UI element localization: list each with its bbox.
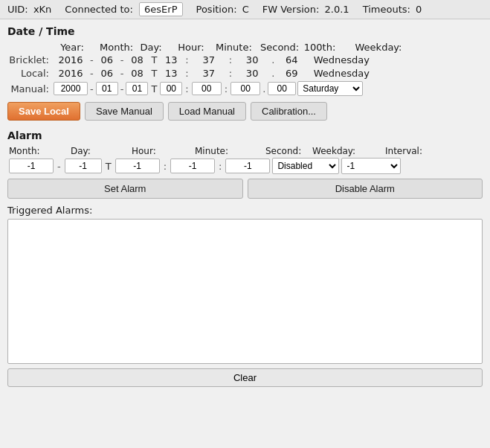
save-manual-button[interactable]: Save Manual bbox=[85, 102, 164, 121]
datetime-buttons: Save Local Save Manual Load Manual Calib… bbox=[7, 102, 483, 121]
bricklet-minute: 37 bbox=[192, 54, 226, 65]
top-bar: UID: xKn Connected to: 6esErP Position: … bbox=[0, 0, 490, 19]
local-second: 30 bbox=[235, 68, 269, 79]
manual-hundredth-input[interactable] bbox=[268, 82, 296, 95]
alarm-month-label: Month: bbox=[9, 146, 57, 156]
manual-label: Manual: bbox=[7, 83, 52, 95]
alarm-minute-input[interactable] bbox=[170, 159, 215, 173]
triggered-alarms-box[interactable] bbox=[7, 219, 483, 364]
local-hundredth: 69 bbox=[277, 68, 306, 79]
manual-day-input[interactable] bbox=[126, 82, 148, 95]
bricklet-row: Bricklet: 2016 - 06 - 08 T 13 : 37 : 30 … bbox=[7, 54, 483, 65]
timeouts: Timeouts: 0 bbox=[363, 4, 422, 15]
header-weekday: Weekday: bbox=[345, 42, 412, 53]
local-label: Local: bbox=[7, 68, 52, 79]
clear-row: Clear bbox=[7, 368, 483, 387]
bricklet-hour: 13 bbox=[160, 54, 182, 65]
uid-value: xKn bbox=[33, 4, 51, 15]
disable-alarm-button[interactable]: Disable Alarm bbox=[248, 179, 483, 199]
datetime-section: Date / Time Year: Month: Day: Hour: Minu… bbox=[7, 25, 483, 121]
save-local-button[interactable]: Save Local bbox=[7, 102, 80, 121]
set-alarm-button[interactable]: Set Alarm bbox=[7, 179, 243, 199]
bricklet-weekday: Wednesday bbox=[308, 54, 375, 65]
uid-label: UID: xKn bbox=[7, 4, 51, 15]
clear-button[interactable]: Clear bbox=[7, 368, 483, 387]
alarm-day-input[interactable] bbox=[65, 159, 102, 173]
bricklet-year: 2016 bbox=[54, 54, 88, 65]
bricklet-hundredth: 64 bbox=[277, 54, 306, 65]
local-weekday: Wednesday bbox=[308, 68, 375, 79]
bricklet-second: 30 bbox=[235, 54, 269, 65]
connected-value: 6esErP bbox=[139, 2, 182, 16]
header-day: Day: bbox=[137, 42, 165, 53]
sep1: - bbox=[89, 54, 94, 65]
local-row: Local: 2016 - 06 - 08 T 13 : 37 : 30 . 6… bbox=[7, 68, 483, 79]
connected-to: Connected to: 6esErP bbox=[65, 4, 182, 15]
alarm-title: Alarm bbox=[7, 129, 483, 141]
alarm-interval-select[interactable]: -1 bbox=[341, 158, 401, 174]
manual-month-input[interactable] bbox=[96, 82, 118, 95]
local-month: 06 bbox=[96, 68, 118, 79]
header-year: Year: bbox=[54, 42, 91, 53]
alarm-weekday-select[interactable]: DisabledMondayTuesdayWednesdayThursdayFr… bbox=[272, 158, 339, 174]
manual-weekday-select[interactable]: MondayTuesdayWednesdayThursdayFridaySatu… bbox=[297, 81, 363, 96]
header-minute: Minute: bbox=[216, 42, 251, 53]
bricklet-month: 06 bbox=[96, 54, 118, 65]
alarm-day-label: Day: bbox=[71, 146, 115, 156]
alarm-hour-input[interactable] bbox=[115, 159, 160, 173]
bricklet-label: Bricklet: bbox=[7, 54, 52, 65]
position: Position: C bbox=[196, 4, 249, 15]
local-year: 2016 bbox=[54, 68, 88, 79]
triggered-label: Triggered Alarms: bbox=[7, 205, 483, 216]
manual-hour-input[interactable] bbox=[160, 82, 182, 95]
load-manual-button[interactable]: Load Manual bbox=[168, 102, 246, 121]
alarm-second-input[interactable] bbox=[225, 159, 270, 173]
calibration-button[interactable]: Calibration... bbox=[251, 102, 327, 121]
bricklet-day: 08 bbox=[126, 54, 148, 65]
manual-year-input[interactable] bbox=[54, 82, 88, 95]
manual-minute-input[interactable] bbox=[192, 82, 222, 95]
alarm-month-input[interactable] bbox=[9, 159, 54, 173]
alarm-section: Alarm Month: Day: Hour: Minute: Second: … bbox=[7, 129, 483, 387]
alarm-weekday-label: Weekday: bbox=[312, 146, 383, 156]
alarm-buttons: Set Alarm Disable Alarm bbox=[7, 179, 483, 199]
alarm-hour-label: Hour: bbox=[132, 146, 180, 156]
manual-second-input[interactable] bbox=[231, 82, 260, 95]
timeouts-value: 0 bbox=[416, 4, 422, 15]
position-value: C bbox=[242, 4, 249, 15]
alarm-interval-label: Interval: bbox=[385, 146, 445, 156]
header-hour: Hour: bbox=[177, 42, 205, 53]
alarm-second-label: Second: bbox=[265, 146, 310, 156]
datetime-title: Date / Time bbox=[7, 25, 483, 37]
header-month: Month: bbox=[100, 42, 128, 53]
local-minute: 37 bbox=[192, 68, 226, 79]
local-day: 08 bbox=[126, 68, 148, 79]
local-hour: 13 bbox=[160, 68, 182, 79]
manual-row: Manual: - - T : : . MondayTuesdayWednesd… bbox=[7, 81, 483, 96]
fw-value: 2.0.1 bbox=[325, 4, 349, 15]
header-second: Second: bbox=[260, 42, 296, 53]
alarm-minute-label: Minute: bbox=[195, 146, 251, 156]
header-hundredth: 100th: bbox=[303, 42, 336, 53]
fw-version: FW Version: 2.0.1 bbox=[262, 4, 349, 15]
